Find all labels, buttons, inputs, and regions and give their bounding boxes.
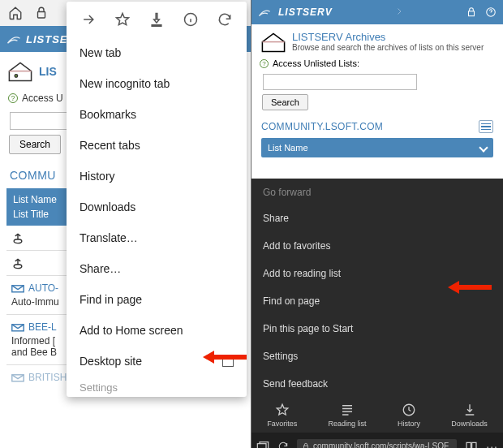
chevron-right-icon[interactable]	[394, 6, 404, 16]
svg-rect-11	[257, 443, 266, 448]
menu-new-incognito[interactable]: New incognito tab	[67, 68, 247, 99]
menu-translate[interactable]: Translate…	[67, 222, 247, 253]
edge-footer: Favorites Reading list History Downloads	[252, 398, 503, 448]
menu-settings[interactable]: Settings	[252, 342, 503, 370]
url-field[interactable]: community.lsoft.com/scripts/wa-LSOF	[297, 439, 457, 448]
menu-settings-faded[interactable]: Settings	[67, 377, 247, 395]
svg-rect-0	[38, 12, 45, 19]
left-phone-chrome: LISTSER LIS ? Access U Search COMMU List…	[0, 0, 252, 448]
menu-bookmarks[interactable]: Bookmarks	[67, 99, 247, 130]
menu-find-in-page[interactable]: Find in page	[67, 284, 247, 315]
more-dots[interactable]: ···	[486, 440, 498, 449]
access-label: Access Unlisted Lists:	[273, 58, 359, 68]
menu-add-favorites[interactable]: Add to favorites	[252, 232, 503, 260]
menu-downloads[interactable]: Downloads	[67, 192, 247, 222]
menu-go-forward: Go forward	[252, 179, 503, 205]
search-button[interactable]: Search	[262, 94, 308, 110]
brand-text: LISTSERV	[278, 6, 333, 18]
menu-history[interactable]: History	[67, 161, 247, 192]
hamburger-icon[interactable]	[479, 120, 493, 133]
menu-recent-tabs[interactable]: Recent tabs	[67, 130, 247, 161]
archives-link[interactable]: LIS	[39, 65, 57, 78]
action-favorites[interactable]: Favorites	[267, 403, 297, 428]
right-phone-edge: LISTSERV LISTSERV Archives Browse and se…	[252, 0, 503, 448]
community-heading: COMMUNITY.LSOFT.COM	[261, 121, 383, 132]
menu-feedback[interactable]: Send feedback	[252, 370, 503, 398]
right-page-content: LISTSERV Archives Browse and search the …	[252, 24, 503, 157]
red-arrow-annotation	[446, 279, 493, 295]
menu-share[interactable]: Share	[252, 205, 503, 232]
reload-icon[interactable]	[217, 11, 233, 28]
help-icon[interactable]: ?	[260, 59, 269, 68]
menu-toolbar	[67, 3, 247, 37]
edge-header: LISTSERV	[252, 0, 503, 24]
svg-rect-8	[469, 11, 475, 16]
menu-pin-start[interactable]: Pin this page to Start	[252, 315, 503, 342]
search-button[interactable]: Search	[9, 135, 61, 154]
menu-add-home[interactable]: Add to Home screen	[67, 315, 247, 346]
chevron-down-icon	[479, 143, 488, 152]
tabs-icon[interactable]	[256, 441, 269, 449]
action-history[interactable]: History	[398, 403, 420, 428]
home-icon[interactable]	[8, 6, 23, 20]
list-header[interactable]: List Name	[261, 138, 493, 157]
menu-share[interactable]: Share…	[67, 253, 247, 284]
archives-house-icon	[6, 60, 34, 83]
download-icon[interactable]	[148, 11, 165, 28]
red-arrow-annotation	[201, 349, 248, 365]
access-input[interactable]	[263, 74, 417, 90]
refresh-icon[interactable]	[277, 441, 289, 449]
archives-house-icon	[260, 31, 287, 54]
help-icon[interactable]	[485, 6, 497, 18]
svg-point-2	[14, 239, 22, 243]
edge-overflow-menu: Go forward Share Add to favorites Add to…	[252, 179, 503, 448]
svg-point-3	[14, 265, 22, 269]
chrome-overflow-menu: New tab New incognito tab Bookmarks Rece…	[67, 2, 247, 397]
lock-icon[interactable]	[466, 6, 477, 18]
menu-new-tab[interactable]: New tab	[67, 37, 247, 68]
action-reading[interactable]: Reading list	[329, 403, 367, 428]
archives-title[interactable]: LISTSERV Archives	[292, 31, 484, 43]
lock-icon	[34, 6, 49, 20]
action-downloads[interactable]: Downloads	[451, 403, 488, 428]
star-icon[interactable]	[114, 11, 131, 28]
info-icon[interactable]	[183, 11, 199, 28]
reading-view-icon[interactable]	[465, 441, 478, 449]
archives-subtitle: Browse and search the archives of lists …	[292, 43, 484, 52]
access-label: Access U	[22, 93, 63, 104]
svg-point-1	[15, 75, 17, 77]
edge-address-bar: community.lsoft.com/scripts/wa-LSOF ···	[252, 433, 503, 448]
help-icon[interactable]: ?	[8, 93, 18, 103]
forward-icon[interactable]	[80, 11, 97, 28]
